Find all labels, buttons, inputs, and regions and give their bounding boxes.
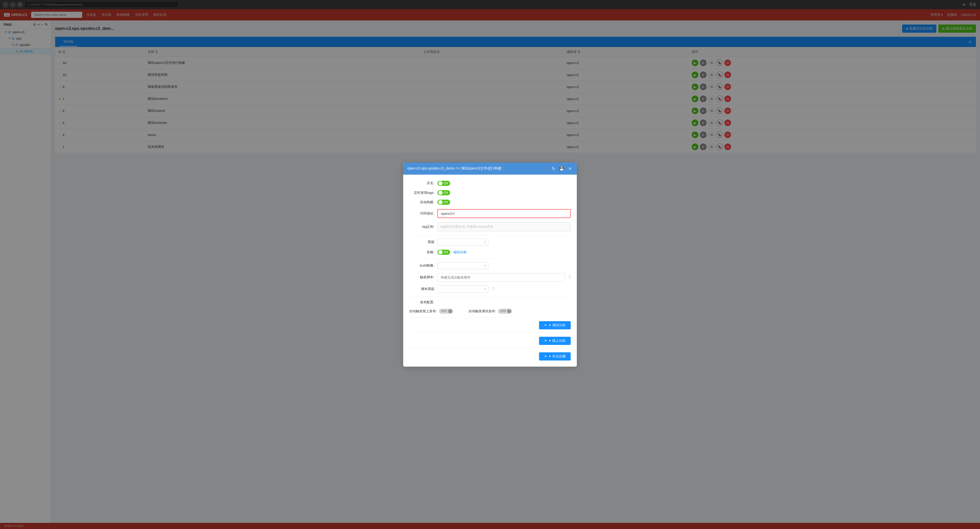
divider-1 xyxy=(409,235,571,236)
publish-item-test: 自动触发测试发布: OFF xyxy=(469,309,512,314)
chevron-down-icon: ▾ xyxy=(484,288,486,291)
tag-rule-control: tag的正则表达式,只接受release开头 xyxy=(438,222,571,231)
form-row-tag-rule: tag正则: tag的正则表达式,只接受release开头 xyxy=(409,222,571,231)
modal-dialog: open-c3.ops.opsdev.c3_demo => 测试openc3文件… xyxy=(403,163,577,367)
form-row-build-image: build镜像: ▾ xyxy=(409,262,571,269)
timed-tags-toggle[interactable]: ON xyxy=(438,190,450,195)
toggle-on-label: ON xyxy=(444,251,448,254)
switch-toggle[interactable]: ON xyxy=(438,181,450,186)
ticket-select[interactable]: ▾ xyxy=(438,239,488,246)
modal-action-buttons-2: ✦ ✦ 线上分组 xyxy=(409,337,571,345)
form-row-dependency: 依赖: ON 编辑依赖 xyxy=(409,250,571,255)
form-row-ticket: 票据 ▾ xyxy=(409,239,571,246)
toggle-on-label: ON xyxy=(444,181,448,185)
trigger-script-control: ? xyxy=(438,273,571,281)
modal-save-icon[interactable]: 💾 xyxy=(558,166,565,172)
auto-build-toggle[interactable]: ON xyxy=(438,200,450,205)
dependency-toggle[interactable]: ON xyxy=(438,250,450,255)
script-ticket-select[interactable]: ▾ xyxy=(438,286,488,292)
modal-action-buttons: ✦ ✦ 测试分组 xyxy=(409,321,571,329)
modal-close-icon[interactable]: ✕ xyxy=(567,166,573,172)
build-image-control: ▾ xyxy=(438,262,571,269)
toggle-on-label: ON xyxy=(444,191,448,195)
timed-tags-control: ON xyxy=(438,190,571,195)
build-image-select[interactable]: ▾ xyxy=(438,262,488,269)
publish-label: 发布配置: xyxy=(409,300,438,305)
toggle-knob xyxy=(438,250,442,254)
form-row-code-addr: 代码地址: xyxy=(409,209,571,218)
code-addr-control xyxy=(438,209,571,218)
ticket-control: ▾ xyxy=(438,239,571,246)
edit-dependency-link[interactable]: 编辑依赖 xyxy=(453,250,466,254)
toggle-knob xyxy=(438,181,442,185)
script-ticket-label: 脚本票据 xyxy=(409,287,438,291)
modal-refresh-icon[interactable]: ↻ xyxy=(551,166,556,172)
toggle-on-label: ON xyxy=(444,200,448,204)
divider-3 xyxy=(409,297,571,297)
code-addr-label: 代码地址: xyxy=(409,211,438,216)
toggle-knob xyxy=(507,309,511,313)
script-ticket-control: ▾ ? xyxy=(438,286,571,292)
trigger-script-input[interactable] xyxy=(438,273,565,281)
modal-header-actions: ↻ 💾 ✕ xyxy=(551,166,573,172)
help-icon[interactable]: ? xyxy=(492,287,494,291)
publish-section: 发布配置: 自动触发线上发布: OFF 自动触发测试发布: OFF xyxy=(409,300,571,314)
publish-item-prod: 自动触发线上发布: OFF xyxy=(409,309,453,314)
tag-rule-label: tag正则: xyxy=(409,224,438,229)
toggle-off-label: OFF xyxy=(500,310,506,313)
dependency-label: 依赖: xyxy=(409,250,438,254)
divider-6 xyxy=(409,348,571,348)
modal-header: open-c3.ops.opsdev.c3_demo => 测试openc3文件… xyxy=(403,163,577,175)
auto-prod-toggle[interactable]: OFF xyxy=(439,309,453,314)
auto-build-label: 自动构建: xyxy=(409,200,438,205)
form-row-timed-tags: 定时发现tags: ON xyxy=(409,190,571,195)
toggle-knob xyxy=(448,309,452,313)
divider-5 xyxy=(409,332,571,333)
gear-icon: ✦ xyxy=(544,339,547,343)
divider-4 xyxy=(409,317,571,317)
form-row-script-ticket: 脚本票据 ▾ ? xyxy=(409,286,571,292)
form-row-trigger-script: 触发脚本: ? xyxy=(409,273,571,281)
toggle-knob xyxy=(438,191,442,195)
toggle-knob xyxy=(438,200,442,204)
switch-control: ON xyxy=(438,181,571,186)
chevron-down-icon: ▾ xyxy=(484,240,486,244)
auto-test-toggle[interactable]: OFF xyxy=(498,309,512,314)
timed-tags-label: 定时发现tags: xyxy=(409,191,438,195)
build-image-label: build镜像: xyxy=(409,263,438,268)
dependency-control: ON 编辑依赖 xyxy=(438,250,571,255)
modal-body: 开关: ON 定时发现tags: ON xyxy=(403,175,577,367)
form-row-publish-title: 发布配置: xyxy=(409,300,571,305)
form-row-switch: 开关: ON xyxy=(409,181,571,186)
form-row-auto-build: 自动构建: ON xyxy=(409,200,571,205)
code-addr-input[interactable] xyxy=(438,209,571,218)
toggle-off-label: OFF xyxy=(441,310,447,313)
help-icon[interactable]: ? xyxy=(568,275,571,280)
online-group-button[interactable]: ✦ ✦ 线上分组 xyxy=(539,337,571,345)
modal-action-buttons-3: ✦ ✦ 作业步骤 xyxy=(409,352,571,361)
auto-test-label: 自动触发测试发布: xyxy=(469,309,496,313)
auto-build-control: ON xyxy=(438,200,571,205)
trigger-script-label: 触发脚本: xyxy=(409,275,438,280)
switch-label: 开关: xyxy=(409,181,438,186)
ticket-label: 票据 xyxy=(409,240,438,244)
publish-row: 自动触发线上发布: OFF 自动触发测试发布: OFF xyxy=(409,309,571,314)
gear-icon: ✦ xyxy=(544,354,547,358)
gear-icon: ✦ xyxy=(544,323,547,327)
auto-prod-label: 自动触发线上发布: xyxy=(409,309,437,313)
chevron-down-icon: ▾ xyxy=(484,264,486,267)
tag-rule-input[interactable]: tag的正则表达式,只接受release开头 xyxy=(438,222,571,231)
work-steps-button[interactable]: ✦ ✦ 作业步骤 xyxy=(539,352,571,361)
modal-title: open-c3.ops.opsdev.c3_demo => 测试openc3文件… xyxy=(407,166,501,171)
test-group-button[interactable]: ✦ ✦ 测试分组 xyxy=(539,321,571,329)
modal-overlay: open-c3.ops.opsdev.c3_demo => 测试openc3文件… xyxy=(0,0,980,529)
